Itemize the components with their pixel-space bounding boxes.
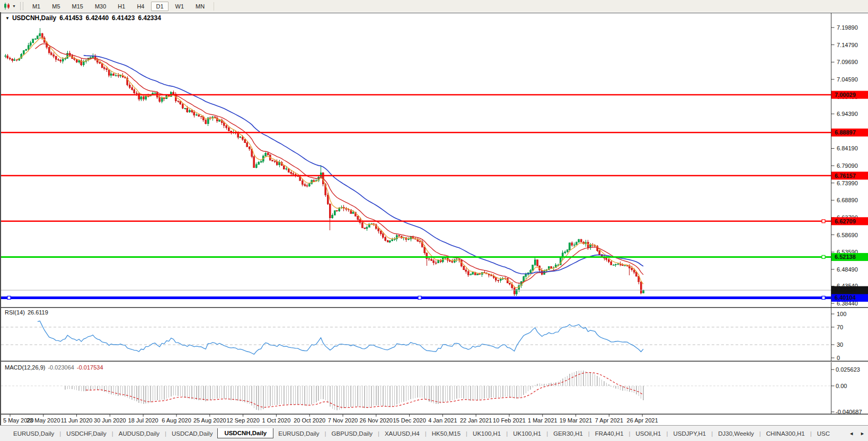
tf-button-m30[interactable]: M30: [90, 2, 111, 11]
tab-usdjpy-h1-14[interactable]: USDJPY,H1: [668, 429, 711, 438]
svg-text:18 Jul 2020: 18 Jul 2020: [128, 417, 158, 424]
tab-usc-17[interactable]: USC: [812, 429, 835, 438]
date-axis[interactable]: 5 May 202023 May 202011 Jun 202030 Jun 2…: [1, 415, 868, 425]
tab-dj30-weekly-15[interactable]: DJ30,Weekly: [713, 429, 759, 438]
tab-scroll-right-icon[interactable]: ►: [860, 431, 865, 436]
tab-uk100-h1-10[interactable]: UK100,H1: [508, 429, 546, 438]
tab-separator: |: [378, 430, 379, 437]
tf-button-mn[interactable]: MN: [191, 2, 209, 11]
chart-window: ▼USDCNH,Daily6.414536.424406.414236.4233…: [0, 12, 868, 425]
tab-separator: |: [59, 430, 61, 437]
svg-text:25 Aug 2020: 25 Aug 2020: [193, 417, 226, 424]
tab-separator: |: [466, 430, 467, 437]
tf-button-d1[interactable]: D1: [151, 2, 168, 11]
macd-label: MACD(12,26,9)-0.023064-0.017534: [5, 364, 103, 371]
rsi-label: RSI(14)26.6119: [5, 309, 48, 316]
svg-text:7.00029: 7.00029: [835, 92, 856, 98]
svg-text:6.62709: 6.62709: [835, 218, 856, 224]
ma-slow-line: [84, 56, 643, 274]
candlestick-chart-icon: [3, 2, 11, 10]
dropdown-caret-icon: ▼: [12, 4, 16, 8]
chart-tool-button[interactable]: ▼: [0, 0, 19, 12]
tab-gbpusd-daily-6[interactable]: GBPUSD,Daily: [327, 429, 377, 438]
tab-scroll-left-icon[interactable]: ◄: [849, 431, 854, 436]
svg-text:6.73990: 6.73990: [837, 180, 858, 186]
tab-hk50-m15-8[interactable]: HK50,M15: [427, 429, 465, 438]
tab-uk100-h1-9[interactable]: UK100,H1: [468, 429, 506, 438]
svg-text:70: 70: [837, 324, 843, 330]
chart-tab-bar: EURUSD,Daily|USDCHF,Daily|AUDUSD,Daily|U…: [0, 425, 868, 441]
tab-audusd-daily-2[interactable]: AUDUSD,Daily: [114, 429, 164, 438]
tab-usdchf-daily-1[interactable]: USDCHF,Daily: [61, 429, 111, 438]
rsi-value: 26.6119: [28, 309, 48, 316]
svg-text:7 Nov 2020: 7 Nov 2020: [328, 417, 358, 424]
svg-text:6.52138: 6.52138: [835, 254, 856, 260]
chart-title-bar: ▼USDCNH,Daily6.414536.424406.414236.4233…: [5, 14, 161, 22]
tab-separator: |: [506, 430, 508, 437]
svg-text:1 Mar 2021: 1 Mar 2021: [528, 417, 557, 424]
rsi-name: RSI(14): [5, 309, 25, 316]
tab-fra40-h1-12[interactable]: FRA40,H1: [590, 429, 628, 438]
svg-text:0.00: 0.00: [836, 383, 847, 389]
candles: [5, 28, 644, 296]
tab-separator: |: [629, 430, 631, 437]
svg-text:6.40104: 6.40104: [835, 294, 856, 301]
collapse-triangle-icon[interactable]: ▼: [5, 16, 10, 21]
svg-text:26 Nov 2020: 26 Nov 2020: [360, 417, 393, 424]
tab-ger30-h1-11[interactable]: GER30,H1: [548, 429, 588, 438]
price-chart-canvas[interactable]: 7.198907.147907.096907.045906.994906.943…: [1, 13, 868, 307]
svg-text:6.88897: 6.88897: [835, 129, 856, 136]
level-lines[interactable]: [1, 95, 831, 299]
macd-histogram: [65, 371, 643, 410]
tab-usoil-h1-13[interactable]: USOil,H1: [631, 429, 666, 438]
tab-eurusd-daily-0[interactable]: EURUSD,Daily: [8, 429, 59, 438]
toolbar-separator: [214, 2, 214, 11]
svg-text:7.19890: 7.19890: [837, 24, 858, 31]
tab-separator: |: [325, 430, 326, 437]
svg-text:4 Jan 2021: 4 Jan 2021: [428, 417, 457, 424]
ohlc-close: 6.42334: [138, 14, 161, 22]
ohlc-low: 6.41423: [112, 14, 135, 22]
tab-usdcad-daily-3[interactable]: USDCAD,Daily: [167, 429, 217, 438]
svg-text:6.76157: 6.76157: [835, 173, 856, 179]
macd-main-value: -0.023064: [48, 364, 74, 371]
svg-text:30: 30: [837, 341, 843, 348]
svg-text:6 Aug 2020: 6 Aug 2020: [162, 417, 191, 424]
macd-name: MACD(12,26,9): [5, 364, 45, 371]
svg-text:23 May 2020: 23 May 2020: [26, 417, 60, 424]
svg-text:26 Apr 2021: 26 Apr 2021: [627, 417, 658, 424]
tf-button-m15[interactable]: M15: [67, 2, 88, 11]
svg-text:7.09690: 7.09690: [837, 59, 858, 65]
svg-text:6.94390: 6.94390: [837, 111, 858, 117]
toolbar-grip[interactable]: [20, 2, 23, 10]
rsi-line: [38, 321, 643, 354]
tf-button-w1[interactable]: W1: [171, 2, 189, 11]
svg-text:6.79090: 6.79090: [837, 163, 858, 169]
tab-xauusd-h4-7[interactable]: XAUUSD,H4: [380, 429, 424, 438]
macd-signal-value: -0.017534: [77, 364, 103, 371]
svg-text:6.48490: 6.48490: [837, 266, 858, 273]
svg-text:7 Apr 2021: 7 Apr 2021: [595, 417, 623, 424]
tf-button-m1[interactable]: M1: [28, 2, 45, 11]
tf-button-h4[interactable]: H4: [132, 2, 149, 11]
svg-text:15 Dec 2020: 15 Dec 2020: [393, 417, 426, 424]
tab-usdcnh-daily-4[interactable]: USDCNH,Daily: [217, 428, 273, 438]
tab-china300-h1-16[interactable]: CHINA300,H1: [761, 429, 810, 438]
tf-button-m5[interactable]: M5: [47, 2, 65, 11]
rsi-panel-canvas[interactable]: 10070300: [1, 307, 868, 362]
svg-text:6.42334: 6.42334: [835, 287, 856, 293]
tab-eurusd-daily-5[interactable]: EURUSD,Daily: [273, 429, 324, 438]
svg-text:6.58690: 6.58690: [837, 232, 858, 238]
ohlc-open: 6.41453: [59, 14, 82, 22]
tf-button-h1[interactable]: H1: [113, 2, 130, 11]
tab-separator: |: [112, 430, 113, 437]
svg-text:19 Mar 2021: 19 Mar 2021: [560, 417, 592, 424]
price-axis[interactable]: 7.198907.147907.096907.045906.994906.943…: [831, 24, 858, 307]
tab-separator: |: [425, 430, 427, 437]
tab-separator: |: [588, 430, 590, 437]
macd-panel-canvas[interactable]: 0.0256230.00-0.040687: [1, 362, 868, 415]
timeframe-toolbar: ▼ M1M5M15M30H1H4D1W1MN: [0, 0, 868, 13]
ohlc-high: 6.42440: [86, 14, 109, 22]
mt4-window: ▼ M1M5M15M30H1H4D1W1MN ▼USDCNH,Daily6.41…: [0, 0, 868, 441]
tab-separator: |: [666, 430, 668, 437]
